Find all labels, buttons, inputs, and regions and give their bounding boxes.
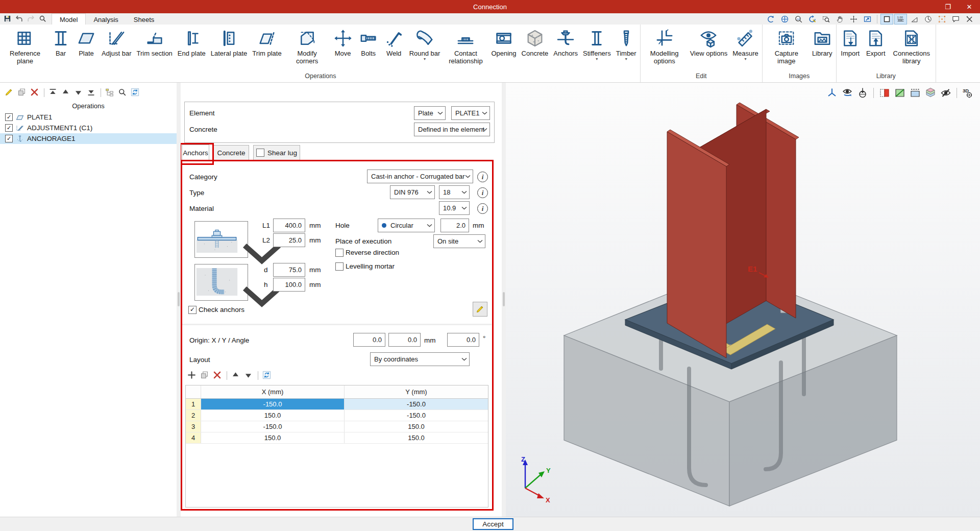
concrete-dropdown[interactable]: Defined in the element	[414, 123, 490, 136]
timber-button[interactable]: Timber▾	[614, 27, 639, 62]
close-window-button[interactable]: ✕	[959, 0, 980, 13]
x-coordinate-cell[interactable]: -150.0	[201, 421, 345, 432]
origin-angle-field[interactable]: 0.0	[447, 333, 479, 347]
tab-sheets[interactable]: Sheets	[126, 13, 162, 25]
redraw-button[interactable]	[806, 14, 819, 25]
setsquare-button[interactable]	[908, 14, 921, 25]
capture-image-button[interactable]: Capture image	[764, 27, 810, 66]
edit-button[interactable]	[4, 87, 15, 98]
restore-window-button[interactable]: ❐	[937, 0, 959, 13]
layout-dropdown[interactable]: By coordinates	[370, 352, 470, 366]
operation-item-anchorage1[interactable]: ✓ANCHORAGE1	[0, 133, 177, 144]
tab-concrete[interactable]: Concrete	[213, 145, 249, 160]
row-number-cell[interactable]: 4	[186, 432, 201, 443]
move-down-row-button[interactable]	[243, 370, 254, 381]
delete-button[interactable]	[30, 87, 40, 98]
refresh-button[interactable]	[130, 87, 141, 98]
vp-clip-red-button[interactable]	[878, 87, 891, 99]
x-coordinate-cell[interactable]: -150.0	[201, 399, 345, 409]
viewport-3d[interactable]: 3D	[506, 83, 980, 517]
connections-library-button[interactable]: Connections library	[889, 27, 935, 66]
copy-button[interactable]	[17, 87, 28, 98]
comment-button[interactable]	[949, 14, 962, 25]
opening-button[interactable]: Opening	[488, 27, 519, 58]
vp-clip-blue-button[interactable]	[909, 87, 921, 99]
type-size-dropdown[interactable]: 18	[439, 185, 470, 199]
check-anchors-checkbox[interactable]: ✓	[188, 306, 197, 314]
levelling-mortar-checkbox[interactable]	[335, 262, 344, 271]
move-up-button[interactable]	[61, 87, 71, 98]
move-bottom-button[interactable]	[86, 87, 97, 98]
l2-field[interactable]: 25.0	[273, 233, 305, 247]
vp-axes-button[interactable]	[826, 87, 838, 99]
anchor-foot-preview-dropdown[interactable]	[194, 264, 248, 301]
element-name-dropdown[interactable]: PLATE1	[451, 106, 490, 120]
zoom-all-button[interactable]	[778, 14, 791, 25]
row-number-cell[interactable]: 2	[186, 410, 201, 421]
vp-hide-button[interactable]	[940, 87, 952, 99]
reference-plane-button[interactable]: Reference plane	[2, 27, 48, 66]
search-button[interactable]	[117, 87, 128, 98]
vp-rotate-pivot-button[interactable]	[856, 87, 869, 99]
y-coordinate-cell[interactable]: -150.0	[345, 399, 488, 409]
viewport-3d-scene[interactable]: E1	[506, 83, 980, 517]
hole-type-dropdown[interactable]: Circular	[378, 219, 435, 232]
frame-button[interactable]	[880, 14, 893, 25]
operation-checkbox[interactable]: ✓	[5, 135, 13, 142]
lateral-plate-button[interactable]: Lateral plate	[208, 27, 250, 58]
zoom-x2-button[interactable]: x2	[792, 14, 805, 25]
place-of-execution-dropdown[interactable]: On site	[433, 234, 485, 248]
category-dropdown[interactable]: Cast-in anchor - Corrugated bar	[367, 170, 473, 183]
h-field[interactable]: 100.0	[273, 278, 305, 292]
stiffeners-button[interactable]: Stiffeners▾	[580, 27, 614, 62]
concrete-button[interactable]: Concrete	[519, 27, 551, 58]
orbit-button[interactable]	[765, 14, 777, 25]
move-top-button[interactable]	[48, 87, 59, 98]
material-dropdown[interactable]: 10.9	[439, 201, 470, 215]
refresh-row-button[interactable]	[262, 370, 273, 381]
type-info-icon[interactable]: i	[477, 187, 488, 198]
import-button[interactable]: Import	[838, 27, 863, 58]
x-coordinate-cell[interactable]: 150.0	[201, 432, 345, 443]
move-down-button[interactable]	[74, 87, 84, 98]
l1-field[interactable]: 400.0	[273, 219, 305, 232]
material-info-icon[interactable]: i	[477, 203, 488, 214]
round-bar-button[interactable]: Round bar▾	[407, 27, 443, 62]
reverse-direction-checkbox[interactable]	[335, 249, 344, 257]
undo-button[interactable]	[15, 14, 25, 23]
anchor-head-preview-dropdown[interactable]	[194, 221, 248, 258]
operation-item-adjustment1-c1[interactable]: ✓ADJUSTMENT1 (C1)	[0, 123, 177, 133]
move-button[interactable]: Move	[330, 27, 356, 58]
operation-checkbox[interactable]: ✓	[5, 124, 13, 132]
origin-y-field[interactable]: 0.0	[388, 333, 421, 347]
tab-model[interactable]: Model	[52, 13, 86, 25]
edit-anchors-button[interactable]	[473, 302, 487, 317]
row-number-cell[interactable]: 3	[186, 421, 201, 432]
vp-solid-button[interactable]	[924, 87, 937, 99]
y-coordinate-cell[interactable]: 150.0	[345, 421, 488, 432]
operation-checkbox[interactable]: ✓	[5, 113, 13, 121]
row-number-cell[interactable]: 1	[186, 399, 201, 409]
tab-anchors[interactable]: Anchors	[182, 144, 209, 160]
anchors-button[interactable]: Anchors	[551, 27, 580, 58]
category-info-icon[interactable]: i	[477, 172, 488, 182]
protractor-button[interactable]	[922, 14, 935, 25]
library-button[interactable]: Library	[810, 27, 835, 58]
y-coordinate-cell[interactable]: -150.0	[345, 410, 488, 421]
tab-shear-lug[interactable]: Shear lug	[253, 145, 300, 160]
modify-corners-button[interactable]: Modify corners	[284, 27, 330, 66]
copy-row-button[interactable]	[200, 370, 210, 381]
modelling-options-button[interactable]: Modelling options	[642, 27, 688, 66]
d-field[interactable]: 75.0	[273, 263, 305, 277]
shear-lug-checkbox[interactable]	[256, 149, 264, 157]
type-dropdown[interactable]: DIN 976	[390, 185, 435, 199]
redo-button[interactable]	[27, 14, 37, 23]
search-button[interactable]	[38, 14, 48, 23]
panel-splitter-right[interactable]	[502, 83, 506, 517]
bolts-button[interactable]: Bolts	[356, 27, 381, 58]
table-row[interactable]: 2150.0-150.0	[186, 410, 488, 421]
scale-button[interactable]: 1.00	[894, 14, 907, 25]
vp-clip-green-button[interactable]	[894, 87, 906, 99]
x-coordinate-cell[interactable]: 150.0	[201, 410, 345, 421]
weld-button[interactable]: Weld	[381, 27, 407, 58]
